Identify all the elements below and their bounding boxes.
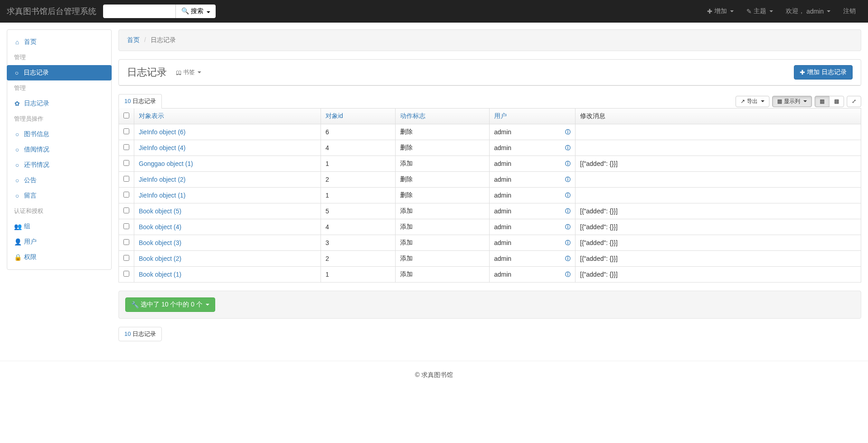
info-icon[interactable]: ⓘ	[565, 223, 571, 231]
row-obj-id: 2	[321, 251, 396, 267]
row-checkbox[interactable]	[123, 207, 129, 213]
search-icon: 🔍	[181, 7, 189, 14]
search-input[interactable]	[103, 5, 175, 18]
sidebar-item-borrow[interactable]: ○借阅情况	[7, 142, 111, 157]
sidebar-item-groups[interactable]: 👥组	[7, 219, 111, 234]
circle-icon: ○	[14, 131, 20, 138]
row-checkbox[interactable]	[123, 223, 129, 229]
row-repr-link[interactable]: JieInfo object (2)	[139, 176, 186, 183]
show-columns-button[interactable]: ▦ 显示列	[772, 96, 812, 107]
row-obj-id: 3	[321, 235, 396, 251]
nav-user[interactable]: 欢迎， admin	[780, 7, 836, 15]
count-num: 10	[124, 330, 131, 337]
row-repr-link[interactable]: Book object (4)	[139, 223, 181, 231]
count-badge: 10 日志记录	[118, 94, 162, 108]
show-columns-label: 显示列	[784, 98, 800, 105]
sidebar-item-message[interactable]: ○留言	[7, 188, 111, 203]
row-msg: [{"added": {}}]	[576, 219, 861, 235]
row-msg: [{"added": {}}]	[576, 235, 861, 251]
view-list-button[interactable]: ▦	[815, 96, 830, 107]
row-repr-link[interactable]: Book object (3)	[139, 239, 181, 246]
export-button[interactable]: ↗ 导出	[736, 96, 769, 107]
row-repr-link[interactable]: JieInfo object (1)	[139, 192, 186, 199]
info-icon[interactable]: ⓘ	[565, 160, 571, 168]
nav-welcome-label: 欢迎，	[786, 7, 805, 15]
bookmark-button[interactable]: 🕮 书签	[176, 68, 201, 76]
brand[interactable]: 求真图书馆后台管理系统	[7, 6, 96, 17]
info-icon[interactable]: ⓘ	[565, 176, 571, 184]
row-checkbox[interactable]	[123, 176, 129, 182]
row-action: 删除	[396, 188, 490, 203]
info-icon[interactable]: ⓘ	[565, 192, 571, 199]
row-checkbox[interactable]	[123, 271, 129, 277]
sidebar-item-home[interactable]: ⌂首页	[7, 34, 111, 50]
row-obj-id: 4	[321, 219, 396, 235]
nav-logout[interactable]: 注销	[838, 7, 861, 15]
row-user: adminⓘ	[490, 203, 576, 219]
circle-icon: ○	[14, 146, 20, 153]
wrench-icon: 🔧	[131, 301, 139, 308]
row-msg: [{"added": {}}]	[576, 156, 861, 172]
row-checkbox[interactable]	[123, 239, 129, 245]
sidebar-item-log-active[interactable]: ○日志记录	[7, 65, 112, 80]
col-header-action[interactable]: 动作标志	[400, 112, 425, 119]
col-header-obj-id[interactable]: 对象id	[326, 112, 343, 119]
caret-icon	[730, 10, 734, 12]
sidebar-item-announce[interactable]: ○公告	[7, 173, 111, 188]
table-row: Book object (5)5添加adminⓘ[{"added": {}}]	[119, 203, 861, 219]
selected-label: 选中了 10 个中的 0 个	[141, 301, 203, 309]
row-checkbox[interactable]	[123, 255, 129, 261]
info-icon[interactable]: ⓘ	[565, 239, 571, 247]
sidebar-item-label: 图书信息	[24, 130, 49, 138]
nav-theme[interactable]: ✎ 主题	[741, 7, 778, 15]
selected-button[interactable]: 🔧 选中了 10 个中的 0 个	[125, 297, 215, 312]
row-checkbox[interactable]	[123, 160, 129, 166]
lock-icon: 🔒	[14, 254, 20, 261]
sidebar-item-log[interactable]: ✿日志记录	[7, 96, 111, 111]
row-repr-link[interactable]: Gonggao object (1)	[139, 160, 193, 167]
row-action: 删除	[396, 140, 490, 156]
circle-icon: ○	[14, 192, 20, 199]
expand-icon: ⤢	[852, 98, 856, 104]
th-large-icon: ▦	[820, 98, 825, 104]
row-msg	[576, 188, 861, 203]
sidebar-item-return[interactable]: ○还书情况	[7, 157, 111, 173]
gear-icon: ✿	[14, 100, 20, 107]
info-icon[interactable]: ⓘ	[565, 207, 571, 215]
select-all-checkbox[interactable]	[123, 113, 129, 118]
row-obj-id: 1	[321, 156, 396, 172]
row-repr-link[interactable]: Book object (1)	[139, 271, 181, 278]
add-button[interactable]: ✚ 增加 日志记录	[794, 65, 853, 80]
row-checkbox[interactable]	[123, 144, 129, 150]
col-header-user[interactable]: 用户	[494, 112, 507, 119]
fullscreen-button[interactable]: ⤢	[847, 96, 861, 107]
nav-add[interactable]: ✚ 增加	[702, 7, 739, 15]
info-icon[interactable]: ⓘ	[565, 144, 571, 152]
search-button[interactable]: 🔍 搜索	[175, 5, 216, 18]
row-repr-link[interactable]: Book object (5)	[139, 207, 181, 215]
bottom-count: 10 日志记录	[118, 327, 861, 341]
view-grid-button[interactable]: ▩	[829, 96, 844, 107]
breadcrumb-home[interactable]: 首页	[127, 36, 140, 43]
row-msg: [{"added": {}}]	[576, 203, 861, 219]
info-icon[interactable]: ⓘ	[565, 255, 571, 263]
sidebar-item-users[interactable]: 👤用户	[7, 234, 111, 250]
row-repr-link[interactable]: JieInfo object (6)	[139, 128, 186, 136]
info-icon[interactable]: ⓘ	[565, 128, 571, 136]
table-row: JieInfo object (2)2删除adminⓘ	[119, 172, 861, 188]
row-repr-link[interactable]: Book object (2)	[139, 255, 181, 262]
col-header-repr[interactable]: 对象表示	[139, 112, 164, 119]
row-user: adminⓘ	[490, 219, 576, 235]
info-icon[interactable]: ⓘ	[565, 271, 571, 278]
row-checkbox[interactable]	[123, 128, 129, 134]
selected-bar: 🔧 选中了 10 个中的 0 个	[118, 291, 861, 319]
sidebar-item-perms[interactable]: 🔒权限	[7, 250, 111, 265]
sidebar-item-label: 借阅情况	[24, 146, 49, 154]
sidebar: ⌂首页 管理 ○日志记录 管理 ✿日志记录 管理员操作 ○图书信息 ○借阅情况 …	[7, 29, 112, 341]
row-repr-link[interactable]: JieInfo object (4)	[139, 144, 186, 151]
table-row: JieInfo object (4)4删除adminⓘ	[119, 140, 861, 156]
row-checkbox[interactable]	[123, 192, 129, 198]
toolbar: 10 日志记录 ↗ 导出 ▦ 显示列 ▦ ▩ ⤢	[118, 94, 861, 108]
row-obj-id: 4	[321, 140, 396, 156]
sidebar-item-books[interactable]: ○图书信息	[7, 127, 111, 142]
